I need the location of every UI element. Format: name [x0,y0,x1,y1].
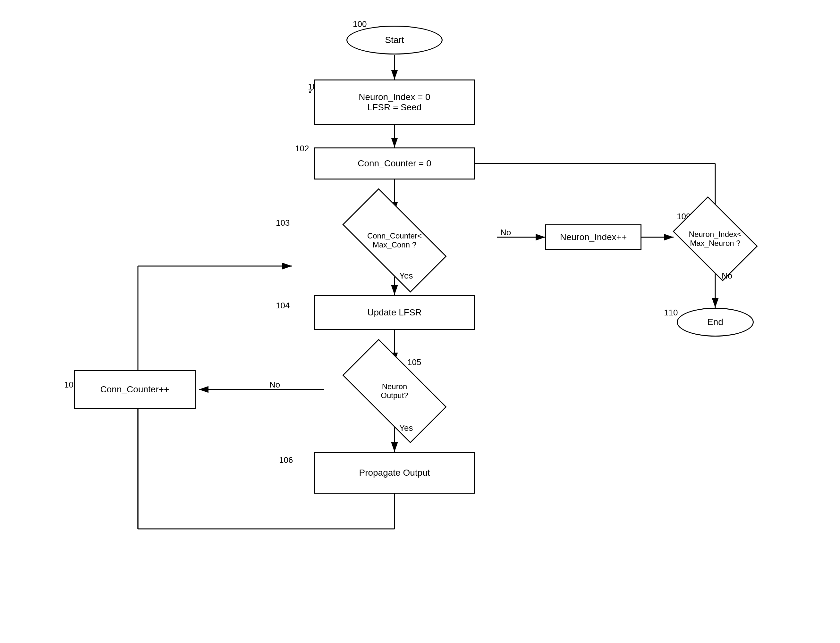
no-neuron-output-label: No [270,380,280,390]
neuron-index-inc-node: Neuron_Index++ [545,224,641,250]
ref-103: 103 [276,218,289,228]
flowchart-diagram: 100 Start 101 ↙ Neuron_Index = 0 LFSR = … [0,0,840,643]
neuron-check-diamond-wrapper: Neuron_Index< Max_Neuron ? [635,210,796,268]
update-lfsr-node: Update LFSR [314,295,475,330]
ref-110: 110 [664,308,678,318]
yes-conn-label: Yes [399,271,413,281]
neuron-output-diamond-wrapper: Neuron Output? [292,362,497,420]
no-conn-label: No [500,228,511,238]
conn-counter-reset-node: Conn_Counter = 0 [314,147,475,180]
init-node: Neuron_Index = 0 LFSR = Seed [314,80,475,125]
ref-102: 102 [295,144,309,153]
conn-check-diamond-wrapper: Conn_Counter< Max_Conn ? [292,212,497,269]
end-node: End [677,308,754,336]
no-neuron-check-label: No [722,271,732,281]
yes-neuron-output-label: Yes [399,423,413,433]
start-node: Start [346,26,443,54]
conn-counter-inc-node: Conn_Counter++ [74,370,196,409]
ref-106: 106 [279,455,293,465]
ref-104: 104 [276,301,289,311]
propagate-node: Propagate Output [314,452,475,494]
ref-100: 100 [353,19,367,29]
